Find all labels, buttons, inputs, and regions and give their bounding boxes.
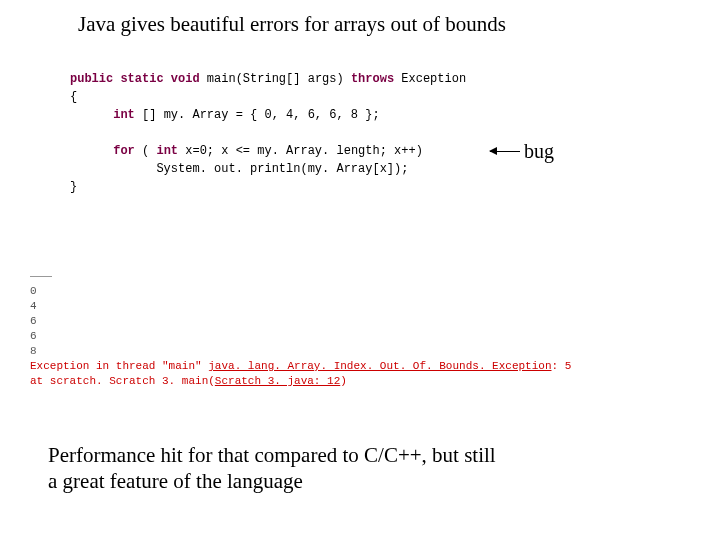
footer-text: Performance hit for that compared to C/C… [48, 442, 608, 494]
exception-suffix: : 5 [552, 360, 572, 372]
keyword-public: public [70, 72, 113, 86]
code-text: x=0; x <= my. Array. length; x++) [185, 144, 423, 158]
code-text: System. out. println(my. Array[x]); [156, 162, 408, 176]
exception-line: Exception in thread "main" java. lang. A… [30, 359, 571, 374]
code-text: { [70, 88, 466, 106]
footer-line: a great feature of the language [48, 468, 608, 494]
bug-annotation: bug [490, 140, 554, 163]
bug-label: bug [524, 140, 554, 163]
output-line: 8 [30, 344, 571, 359]
code-text: ( [142, 144, 156, 158]
output-line: 6 [30, 329, 571, 344]
stack-trace-line: at scratch. Scratch 3. main(Scratch 3. j… [30, 374, 571, 389]
code-text: [] my. Array = { 0, 4, 6, 6, 8 }; [142, 108, 380, 122]
code-text: main(String[] args) [207, 72, 351, 86]
output-line: 6 [30, 314, 571, 329]
output-line: 4 [30, 299, 571, 314]
keyword-void: void [171, 72, 200, 86]
keyword-int: int [156, 144, 178, 158]
keyword-static: static [120, 72, 163, 86]
code-block: public static void main(String[] args) t… [70, 70, 466, 196]
footer-line: Performance hit for that compared to C/C… [48, 442, 608, 468]
exception-prefix: Exception in thread "main" [30, 360, 208, 372]
stack-link: Scratch 3. java: 12 [215, 375, 340, 387]
code-text: } [70, 178, 466, 196]
separator [30, 276, 52, 277]
keyword-for: for [113, 144, 135, 158]
keyword-throws: throws [351, 72, 394, 86]
keyword-int: int [113, 108, 135, 122]
code-text: Exception [401, 72, 466, 86]
exception-class: java. lang. Array. Index. Out. Of. Bound… [208, 360, 551, 372]
stack-indent: at scratch. Scratch 3. main( [30, 375, 215, 387]
output-line: 0 [30, 284, 571, 299]
stack-tail: ) [340, 375, 347, 387]
slide-title: Java gives beautiful errors for arrays o… [78, 12, 506, 37]
arrow-left-icon [490, 151, 520, 152]
console-output: 0 4 6 6 8 Exception in thread "main" jav… [30, 284, 571, 389]
